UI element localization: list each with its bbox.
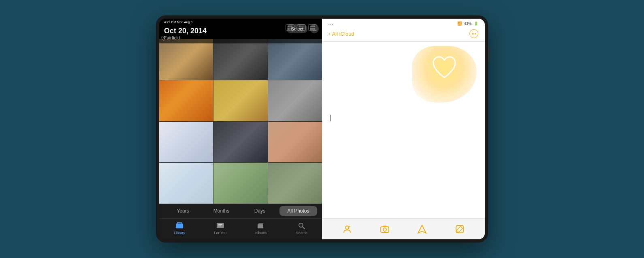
svg-rect-21 [381, 227, 389, 232]
photo-cell-2[interactable] [213, 39, 267, 80]
location-toolbar-icon[interactable] [416, 224, 428, 235]
select-button[interactable]: Select [287, 24, 307, 33]
photos-time: 4:22 PM Mon Aug 9 [164, 20, 192, 24]
svg-point-18 [345, 226, 349, 229]
notes-status-bar: ... 📶 43% 🔋 [322, 19, 485, 27]
photo-cell-7[interactable] [159, 122, 213, 163]
back-button[interactable]: ‹ All iCloud [328, 30, 354, 37]
svg-rect-14 [258, 224, 263, 228]
seg-all-photos[interactable]: All Photos [279, 206, 317, 216]
watercolor-heart-illustration [412, 46, 477, 111]
photo-cell-12[interactable] [268, 163, 322, 204]
photo-cell-9[interactable] [268, 122, 322, 163]
notes-nav: ‹ All iCloud ••• [322, 27, 485, 42]
segment-bar: Years Months Days All Photos [159, 204, 322, 218]
library-tab-icon [175, 221, 184, 230]
photo-cell-4[interactable] [159, 80, 213, 121]
svg-line-17 [303, 227, 305, 229]
photos-main: Oct 20, 2014 Fairfield ♡ [159, 19, 322, 204]
tab-albums[interactable]: Albums [241, 221, 281, 238]
tab-for-you[interactable]: For You [200, 221, 241, 238]
notes-more-button[interactable]: ••• [469, 29, 478, 38]
photo-actions: Select ... [287, 24, 319, 33]
search-tab-label: Search [296, 231, 307, 235]
seg-years[interactable]: Years [164, 206, 202, 216]
notes-status-right: 📶 43% 🔋 [457, 22, 478, 26]
photo-cell-11[interactable] [213, 163, 267, 204]
wifi-icon: 📶 [457, 22, 462, 26]
photo-cell-10[interactable] [159, 163, 213, 204]
svg-rect-11 [217, 223, 224, 228]
photos-app: 4:22 PM Mon Aug 9 Oct 20, 2014 Fairfield… [159, 19, 322, 239]
compose-toolbar-icon[interactable] [454, 224, 465, 235]
heart-outline-svg [430, 54, 458, 80]
tablet-device: 4:22 PM Mon Aug 9 Oct 20, 2014 Fairfield… [156, 15, 488, 243]
notes-content[interactable] [322, 42, 485, 218]
photo-cell-6[interactable] [268, 80, 322, 121]
tab-library[interactable]: Library [159, 221, 200, 238]
photo-cell-5[interactable] [213, 80, 267, 121]
seg-days[interactable]: Days [241, 206, 279, 216]
camera-toolbar-icon[interactable] [379, 224, 390, 235]
seg-months[interactable]: Months [203, 206, 240, 216]
svg-rect-15 [258, 223, 263, 224]
photo-cell-8[interactable] [213, 122, 267, 163]
tab-search[interactable]: Search [281, 221, 322, 238]
svg-point-22 [383, 228, 386, 231]
albums-tab-icon [256, 221, 265, 230]
contacts-toolbar-icon[interactable] [341, 224, 353, 235]
notes-app: ... 📶 43% 🔋 ‹ All iCloud ••• [322, 19, 485, 239]
photo-grid [159, 39, 322, 204]
svg-rect-10 [176, 224, 183, 228]
side-button [488, 48, 489, 60]
library-tab-label: Library [174, 231, 185, 235]
for-you-tab-label: For You [214, 231, 226, 235]
battery-icon: 🔋 [474, 22, 478, 26]
notes-dots: ... [328, 22, 334, 26]
favorite-heart-icon[interactable]: ♡ [161, 35, 166, 42]
more-button[interactable]: ... [310, 24, 319, 33]
text-cursor [330, 115, 331, 121]
for-you-tab-icon [216, 221, 225, 230]
photos-tabbar: Library For You [159, 218, 322, 239]
back-chevron-icon: ‹ [328, 30, 331, 37]
albums-tab-label: Albums [255, 231, 267, 235]
notes-toolbar [322, 218, 485, 239]
battery-level: 43% [464, 22, 471, 26]
back-label: All iCloud [332, 31, 354, 37]
photos-status-bar: 4:22 PM Mon Aug 9 [159, 19, 322, 24]
search-tab-icon [297, 221, 306, 230]
photo-cell-1[interactable] [159, 39, 213, 80]
photo-location: Fairfield [164, 35, 317, 40]
svg-marker-23 [418, 225, 426, 233]
photo-cell-3[interactable] [268, 39, 322, 80]
